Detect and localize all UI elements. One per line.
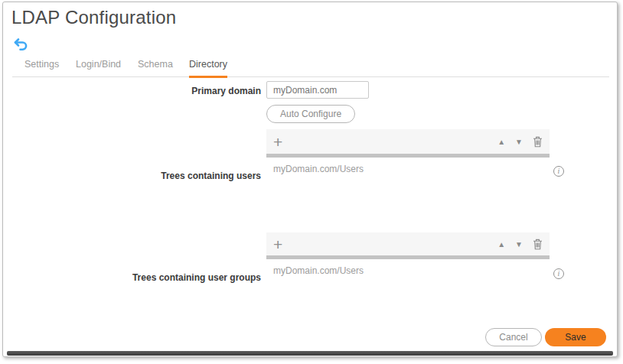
tab-login-bind[interactable]: Login/Bind — [76, 59, 121, 76]
save-button[interactable]: Save — [545, 328, 606, 346]
page-title: LDAP Configuration — [11, 7, 176, 28]
info-icon[interactable]: i — [553, 268, 564, 279]
trees-users-toolbar: + ▲ ▼ — [266, 129, 550, 154]
trash-icon[interactable] — [533, 136, 543, 148]
move-up-icon[interactable]: ▲ — [497, 138, 505, 146]
trees-users-label: Trees containing users — [3, 171, 261, 181]
add-icon[interactable]: + — [273, 134, 282, 150]
auto-configure-button[interactable]: Auto Configure — [266, 105, 355, 123]
primary-domain-input[interactable] — [266, 81, 369, 99]
trees-users-rows: myDomain.com/Users — [266, 158, 550, 176]
tab-settings[interactable]: Settings — [24, 59, 59, 76]
trees-user-groups-label: Trees containing user groups — [3, 272, 261, 283]
cancel-button[interactable]: Cancel — [485, 328, 542, 346]
list-item[interactable]: myDomain.com/Users — [266, 259, 550, 278]
trees-users-list: + ▲ ▼ myDomain.com/Users — [266, 129, 550, 176]
tab-directory[interactable]: Directory — [189, 59, 227, 78]
trash-icon[interactable] — [533, 239, 543, 250]
trees-user-groups-rows: myDomain.com/Users — [266, 259, 550, 278]
move-down-icon[interactable]: ▼ — [515, 240, 523, 249]
move-up-icon[interactable]: ▲ — [497, 240, 505, 249]
trees-user-groups-list: + ▲ ▼ myDomain.com/Users — [266, 232, 550, 278]
move-down-icon[interactable]: ▼ — [515, 138, 523, 146]
window-bottom-edge — [7, 351, 613, 356]
info-icon[interactable]: i — [553, 166, 564, 177]
back-button[interactable] — [12, 37, 29, 53]
primary-domain-label: Primary domain — [3, 86, 261, 96]
footer-actions: Cancel Save — [485, 328, 606, 346]
undo-back-icon — [12, 42, 29, 55]
trees-user-groups-toolbar: + ▲ ▼ — [266, 232, 550, 255]
ldap-configuration-window: LDAP Configuration Settings Login/Bind S… — [2, 2, 618, 357]
add-icon[interactable]: + — [273, 236, 282, 252]
tab-bar-divider — [12, 76, 609, 77]
list-item[interactable]: myDomain.com/Users — [266, 158, 550, 176]
tab-schema[interactable]: Schema — [138, 59, 173, 76]
